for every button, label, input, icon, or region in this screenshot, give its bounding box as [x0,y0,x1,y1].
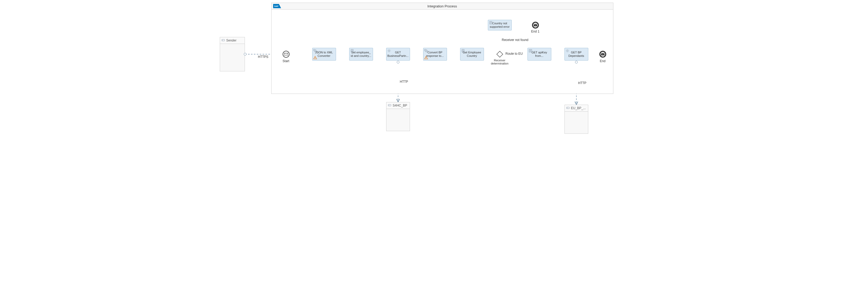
script-icon [489,21,493,25]
svg-line-30 [388,52,388,52]
participant-eu-bp[interactable]: EU_BP_... [564,105,588,134]
svg-point-35 [426,58,426,59]
script-icon [461,49,465,53]
svg-line-49 [566,52,566,52]
step-label: GET apiKeyfrom... [531,51,547,57]
system-icon [222,38,225,42]
svg-line-28 [388,50,388,50]
svg-point-55 [567,108,567,108]
step-set-employee[interactable]: Set employee_id and country... [349,48,373,61]
participant-s4hc-title: S4HC_BP [393,104,407,107]
route-notfound-label: Receiver not found [502,38,529,42]
svg-line-29 [390,52,390,52]
svg-line-31 [390,50,390,50]
svg-rect-32 [424,50,426,51]
step-label: GET BPDependants [568,51,584,57]
event-start[interactable] [283,51,289,58]
gateway-label: Receiverdetermination [491,59,508,65]
svg-point-16 [222,40,223,40]
gear-icon [565,49,569,53]
event-end-label: End [600,59,606,63]
system-icon [388,104,391,108]
port-sender-out [244,53,246,56]
participant-sender[interactable]: Sender [220,37,245,71]
convert-icon [313,49,317,53]
svg-point-53 [389,105,389,106]
svg-rect-15 [222,39,224,41]
route-eu-label: Route to EU [505,52,523,56]
pool-header: SAP Integration Process [272,3,613,9]
svg-point-42 [567,50,568,51]
step-convert-bp[interactable]: Convert BPresponse to... [423,48,447,61]
participant-s4hc-header: S4HC_BP [386,102,410,109]
participant-s4hc-bp[interactable]: S4HC_BP [386,102,410,131]
gear-icon [387,49,391,53]
iflow-canvas: Sender HTTPS SAP Integration Process Sta… [217,0,651,147]
connector-label-https: HTTPS [258,55,268,59]
warning-icon [424,56,428,59]
participant-eu-title: EU_BP_... [571,106,586,110]
svg-rect-33 [426,51,427,52]
svg-point-23 [388,50,390,51]
event-end-1[interactable] [532,22,539,29]
step-label: Country notsupported error [490,22,509,28]
list-icon [529,49,532,53]
pool-title: Integration Process [427,4,457,8]
system-icon [566,106,569,110]
svg-point-22 [315,58,315,59]
connector-label-http-eu: HTTP [578,81,586,85]
event-start-label: Start [283,59,289,63]
step-get-dependants[interactable]: GET BPDependants [564,48,588,61]
step-label: Get EmployeeCountry [463,51,481,57]
svg-rect-52 [388,105,391,106]
svg-rect-54 [566,107,569,109]
step-get-apikey[interactable]: GET apiKeyfrom... [528,48,551,61]
step-json-to-xml[interactable]: JSON to XMLConverter [312,48,336,61]
event-end1-label: End 1 [531,30,539,33]
step-country-not-supported[interactable]: Country notsupported error [488,20,512,30]
svg-line-48 [568,52,568,52]
svg-rect-20 [315,51,316,52]
event-end[interactable] [599,51,606,58]
step-label: Convert BPresponse to... [426,51,444,57]
svg-text:SAP: SAP [274,5,279,7]
step-get-bp[interactable]: GETBusinessPartn... [386,48,410,61]
script-icon [350,49,354,53]
gateway-receiver-determination[interactable] [496,51,503,58]
participant-eu-header: EU_BP_... [565,105,588,112]
convert-icon [424,49,428,53]
svg-rect-36 [497,51,503,57]
sap-logo: SAP [273,4,281,8]
port-get-bp-out [397,61,399,63]
step-label: JSON to XMLConverter [315,51,333,57]
port-get-dep-out [575,61,578,63]
svg-rect-19 [313,50,315,51]
warning-icon [313,56,317,59]
connector-label-http-s4hc: HTTP [400,80,408,84]
svg-line-50 [568,50,568,50]
participant-sender-title: Sender [226,38,237,42]
step-get-country[interactable]: Get EmployeeCountry [460,48,484,61]
participant-sender-header: Sender [220,37,245,44]
svg-line-47 [566,50,566,50]
